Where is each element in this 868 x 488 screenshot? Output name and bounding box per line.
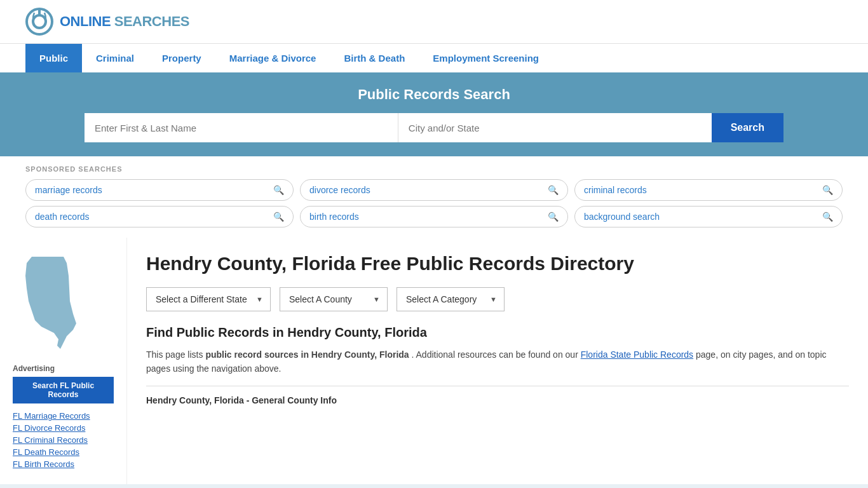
tag-divorce-records[interactable]: divorce records 🔍 [300, 179, 568, 201]
category-dropdown[interactable]: Select A Category [397, 287, 505, 311]
nav-item-employment-screening[interactable]: Employment Screening [419, 44, 553, 72]
nav-item-birth-death[interactable]: Birth & Death [330, 44, 419, 72]
dropdown-group: Select a Different State Select A County… [146, 287, 849, 311]
search-banner: Public Records Search Search [0, 72, 868, 156]
tag-label-death: death records [35, 212, 90, 222]
search-icon-birth: 🔍 [548, 212, 559, 222]
find-desc-prefix: This page lists [146, 349, 205, 360]
find-desc-link[interactable]: Florida State Public Records [581, 349, 693, 360]
state-dropdown[interactable]: Select a Different State [146, 287, 271, 311]
site-header: ONLINE SEARCHES [0, 0, 868, 43]
sidebar: Advertising Search FL Public Records FL … [0, 238, 127, 484]
main-content: Advertising Search FL Public Records FL … [0, 238, 868, 484]
logo-text: ONLINE SEARCHES [60, 13, 189, 30]
nav-item-criminal[interactable]: Criminal [82, 44, 148, 72]
sidebar-link-criminal[interactable]: FL Criminal Records [13, 435, 114, 445]
sidebar-link-divorce[interactable]: FL Divorce Records [13, 423, 114, 433]
content-area: Hendry County, Florida Free Public Recor… [127, 238, 868, 484]
search-button[interactable]: Search [712, 113, 783, 142]
logo-icon [25, 8, 53, 36]
sidebar-ad-button[interactable]: Search FL Public Records [13, 377, 114, 403]
sponsored-section: SPONSORED SEARCHES marriage records 🔍 di… [0, 156, 868, 238]
find-desc-mid: . Additional resources can be found on o… [412, 349, 581, 360]
tag-label-marriage: marriage records [35, 185, 102, 195]
tag-label-criminal: criminal records [584, 185, 647, 195]
search-banner-title: Public Records Search [25, 86, 843, 103]
name-input[interactable] [85, 113, 398, 142]
sponsored-label: SPONSORED SEARCHES [25, 165, 843, 173]
location-input[interactable] [398, 113, 712, 142]
nav-item-marriage-divorce[interactable]: Marriage & Divorce [215, 44, 330, 72]
sponsored-tags: marriage records 🔍 divorce records 🔍 cri… [25, 179, 843, 227]
tag-birth-records[interactable]: birth records 🔍 [300, 206, 568, 227]
florida-map-icon [13, 250, 89, 352]
search-icon-divorce: 🔍 [548, 185, 559, 195]
tag-background-search[interactable]: background search 🔍 [574, 206, 843, 227]
svg-point-1 [33, 15, 46, 28]
sponsored-row-1: marriage records 🔍 divorce records 🔍 cri… [25, 179, 843, 201]
sponsored-row-2: death records 🔍 birth records 🔍 backgrou… [25, 206, 843, 227]
sidebar-links: FL Marriage Records FL Divorce Records F… [13, 411, 114, 469]
county-title: Hendry County, Florida Free Public Recor… [146, 252, 849, 276]
main-nav: Public Criminal Property Marriage & Divo… [0, 43, 868, 72]
search-icon-marriage: 🔍 [273, 185, 284, 195]
find-desc-bold: public record sources in Hendry County, … [205, 349, 409, 360]
tag-marriage-records[interactable]: marriage records 🔍 [25, 179, 294, 201]
sidebar-link-death[interactable]: FL Death Records [13, 447, 114, 457]
state-dropdown-wrap: Select a Different State [146, 287, 271, 311]
section-subhead: Hendry County, Florida - General County … [146, 395, 849, 405]
search-bar: Search [85, 113, 783, 142]
search-icon-death: 🔍 [273, 212, 284, 222]
tag-criminal-records[interactable]: criminal records 🔍 [574, 179, 843, 201]
tag-label-divorce: divorce records [309, 185, 370, 195]
tag-death-records[interactable]: death records 🔍 [25, 206, 294, 227]
tag-label-birth: birth records [309, 212, 359, 222]
nav-item-property[interactable]: Property [148, 44, 215, 72]
sidebar-link-birth[interactable]: FL Birth Records [13, 459, 114, 469]
find-desc: This page lists public record sources in… [146, 348, 849, 376]
search-icon-background: 🔍 [822, 212, 833, 222]
category-dropdown-wrap: Select A Category [397, 287, 505, 311]
logo: ONLINE SEARCHES [25, 8, 189, 36]
section-divider [146, 386, 849, 386]
search-icon-criminal: 🔍 [822, 185, 833, 195]
logo-text-plain: ONLINE [60, 13, 111, 29]
nav-item-public[interactable]: Public [25, 44, 82, 72]
county-dropdown[interactable]: Select A County [280, 287, 388, 311]
find-title: Find Public Records in Hendry County, Fl… [146, 325, 849, 340]
logo-text-brand: SEARCHES [114, 13, 189, 29]
tag-label-background: background search [584, 212, 660, 222]
sidebar-link-marriage[interactable]: FL Marriage Records [13, 411, 114, 421]
sidebar-ad-label: Advertising [13, 364, 114, 373]
county-dropdown-wrap: Select A County [280, 287, 388, 311]
